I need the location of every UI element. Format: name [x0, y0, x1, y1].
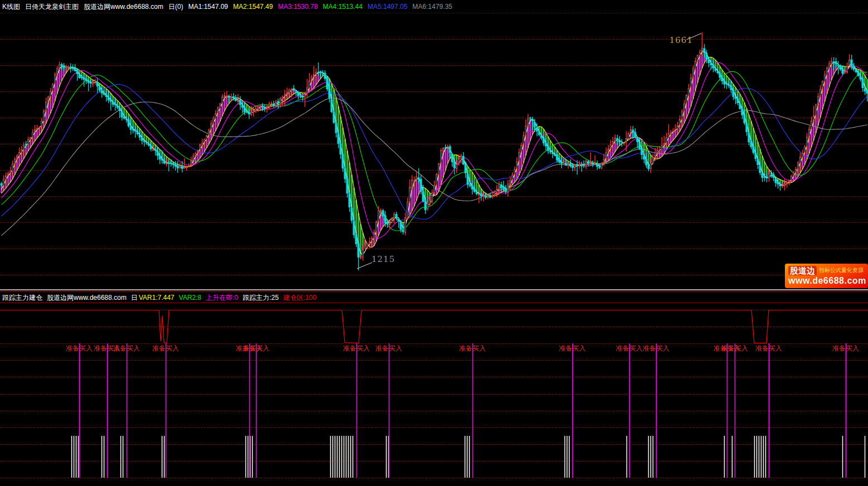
buy-signal-label: 准备买入 — [643, 345, 669, 352]
price-high-annotation: 1661 — [669, 35, 693, 45]
period-icon[interactable]: 日 — [131, 294, 138, 301]
buy-signal-label: 准备买入 — [113, 345, 140, 352]
period-selector[interactable]: 日(0) — [168, 3, 184, 10]
ma2-value: MA2:1547.49 — [233, 3, 273, 10]
buy-signal-label: 准备买入 — [66, 345, 93, 352]
chart-canvas[interactable] — [0, 0, 868, 486]
indicator-panel-header: 跟踪主力建仓 股道边网www.de6688.com 日 VAR1:7.447 V… — [0, 291, 868, 303]
trading-app-window: K线图 日倚天龙泉剑主图 股道边网www.de6688.com 日(0) MA1… — [0, 0, 868, 486]
buy-signal-label: 准备买入 — [616, 345, 643, 352]
buy-signal-label: 准备买入 — [152, 345, 179, 352]
logo-brand: 股道边 — [788, 266, 817, 275]
rise-soon-value: 上升在即:0 — [206, 294, 238, 301]
buy-signal-label: 准备买入 — [832, 345, 859, 352]
logo-tagline: 指标公式量化资源 — [819, 266, 864, 274]
chart-type-label[interactable]: K线图 — [2, 3, 20, 10]
price-low-annotation: 1215 — [372, 254, 395, 264]
logo-url: www.de6688.com — [788, 275, 868, 286]
ma3-value: MA3:1530.78 — [278, 3, 317, 10]
watermark-text: 股道边网www.de6688.com — [84, 3, 163, 10]
ma5-value: MA5:1497.05 — [368, 3, 407, 10]
var1-value: VAR1:7.447 — [139, 294, 175, 301]
panel-splitter[interactable] — [0, 289, 868, 290]
var2-value: VAR2:8 — [179, 294, 201, 301]
buy-signal-label: 准备买入 — [375, 345, 402, 352]
ma6-value: MA6:1479.35 — [412, 3, 452, 10]
buy-signal-label: 准备买入 — [755, 345, 782, 352]
buy-signal-label: 准备买入 — [243, 345, 269, 352]
ma4-value: MA4:1513.44 — [323, 3, 363, 10]
watermark-logo[interactable]: 股道边 指标公式量化资源 www.de6688.com — [785, 264, 868, 288]
main-chart-header: K线图 日倚天龙泉剑主图 股道边网www.de6688.com 日(0) MA1… — [0, 0, 868, 13]
buy-signal-label: 准备买入 — [721, 345, 748, 352]
watermark-text: 股道边网www.de6688.com — [47, 294, 127, 301]
buy-signal-label: 准备买入 — [343, 345, 370, 352]
buy-signal-label: 准备买入 — [559, 345, 586, 352]
build-zone-value: 建仓区:100 — [283, 294, 316, 301]
buy-signal-label: 准备买入 — [459, 345, 486, 352]
track-main-value: 跟踪主力:25 — [243, 294, 279, 301]
indicator-title[interactable]: 跟踪主力建仓 — [2, 294, 42, 301]
indicator-name[interactable]: 日倚天龙泉剑主图 — [25, 3, 79, 10]
ma1-value: MA1:1547.09 — [188, 3, 228, 10]
